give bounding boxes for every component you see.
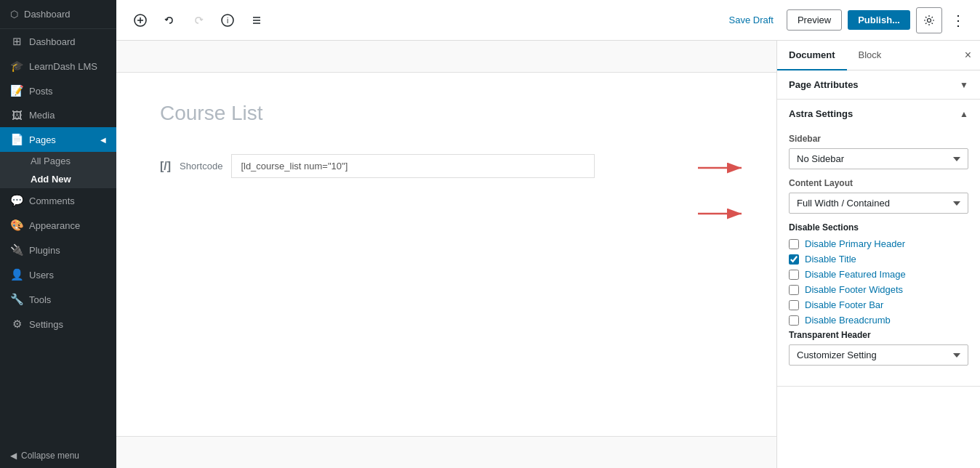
checkbox-disable-title: Disable Title	[789, 254, 968, 265]
dashboard-icon: ⊞	[10, 35, 23, 48]
users-icon: 👤	[10, 268, 23, 281]
canvas-area: Course List [/] Shortcode	[116, 41, 776, 468]
dashboard-label: Dashboard	[24, 9, 71, 20]
save-draft-button[interactable]: Save Draft	[722, 10, 781, 30]
checkbox-title-label[interactable]: Disable Title	[805, 254, 856, 265]
svg-text:i: i	[227, 17, 228, 25]
redo-button[interactable]	[186, 8, 211, 33]
panel-tabs: Document Block ×	[777, 41, 980, 70]
checkbox-footer-bar-label[interactable]: Disable Footer Bar	[805, 299, 883, 310]
svg-point-8	[928, 18, 931, 22]
more-options-button[interactable]: ⋮	[948, 12, 968, 29]
redo-icon	[192, 14, 205, 27]
sidebar-item-label: Users	[29, 270, 54, 281]
checkbox-disable-breadcrumb: Disable Breadcrumb	[789, 315, 968, 326]
checkbox-footer-widgets-input[interactable]	[789, 285, 799, 295]
preview-button[interactable]: Preview	[787, 9, 842, 31]
pages-arrow: ◀	[100, 136, 106, 144]
transparent-header-label: Transparent Header	[789, 330, 968, 340]
sidebar-item-pages[interactable]: 📄 Pages ◀	[0, 127, 116, 152]
editor-toolbar: i Save Draft Preview Publish... ⋮	[116, 0, 980, 41]
sidebar-logo[interactable]: ⬡ Dashboard	[0, 0, 116, 29]
astra-settings-label: Astra Settings	[789, 108, 853, 119]
sidebar-item-label: LearnDash LMS	[29, 61, 97, 72]
shortcode-block: [/] Shortcode	[160, 154, 733, 178]
undo-icon	[163, 14, 176, 27]
transparent-header-select[interactable]: Customizer Setting Enabled Disabled	[789, 344, 968, 366]
sidebar: ⬡ Dashboard ⊞ Dashboard 🎓 LearnDash LMS …	[0, 0, 116, 468]
sidebar-item-plugins[interactable]: 🔌 Plugins	[0, 238, 116, 262]
checkbox-breadcrumb-label[interactable]: Disable Breadcrumb	[805, 315, 891, 326]
sidebar-item-label: Pages	[29, 134, 56, 145]
checkbox-footer-widgets-label[interactable]: Disable Footer Widgets	[805, 284, 903, 295]
checkbox-primary-header-input[interactable]	[789, 239, 799, 249]
list-icon	[250, 14, 263, 27]
gear-icon	[923, 15, 935, 26]
tab-document[interactable]: Document	[777, 41, 847, 70]
astra-settings-header[interactable]: Astra Settings ▲	[777, 100, 980, 128]
publish-button[interactable]: Publish...	[848, 10, 910, 30]
content-layout-field-label: Content Layout	[789, 178, 968, 188]
sidebar-item-comments[interactable]: 💬 Comments	[0, 188, 116, 213]
sidebar-select[interactable]: No Sidebar Left Sidebar Right Sidebar	[789, 148, 968, 169]
page-attributes-header[interactable]: Page Attributes ▼	[777, 70, 980, 99]
sidebar-item-appearance[interactable]: 🎨 Appearance	[0, 213, 116, 238]
page-attributes-section: Page Attributes ▼	[777, 70, 980, 100]
media-icon: 🖼	[10, 109, 23, 121]
page-attributes-label: Page Attributes	[789, 79, 859, 90]
astra-settings-body: Sidebar No Sidebar Left Sidebar Right Si…	[777, 128, 980, 386]
list-view-button[interactable]	[244, 8, 269, 33]
sidebar-item-tools[interactable]: 🔧 Tools	[0, 287, 116, 312]
checkbox-footer-bar-input[interactable]	[789, 300, 799, 310]
content-layout-select[interactable]: Full Width / Contained Full Width / Stre…	[789, 193, 968, 214]
collapse-label: Collapse menu	[21, 451, 79, 461]
canvas-content[interactable]: Course List [/] Shortcode	[116, 73, 776, 436]
checkbox-disable-primary-header: Disable Primary Header	[789, 238, 968, 249]
sidebar-item-label: Dashboard	[29, 36, 76, 47]
sidebar-item-users[interactable]: 👤 Users	[0, 262, 116, 287]
panel-close-button[interactable]: ×	[956, 43, 980, 68]
pages-submenu: All Pages Add New	[0, 152, 116, 188]
info-button[interactable]: i	[215, 8, 240, 33]
plugins-icon: 🔌	[10, 243, 23, 257]
checkbox-title-input[interactable]	[789, 254, 799, 265]
sidebar-item-label: Posts	[29, 86, 53, 97]
add-block-button[interactable]	[128, 8, 153, 33]
collapse-menu-button[interactable]: ◀ Collapse menu	[0, 443, 116, 468]
sidebar-item-posts[interactable]: 📝 Posts	[0, 78, 116, 103]
astra-settings-section: Astra Settings ▲ Sidebar No Sidebar Left…	[777, 100, 980, 387]
sidebar-item-label: Plugins	[29, 245, 60, 256]
checkbox-featured-image-label[interactable]: Disable Featured Image	[805, 269, 906, 280]
sidebar-item-dashboard[interactable]: ⊞ Dashboard	[0, 29, 116, 54]
sidebar-item-label: Tools	[29, 294, 51, 305]
sidebar-item-settings[interactable]: ⚙ Settings	[0, 312, 116, 336]
sidebar-item-media[interactable]: 🖼 Media	[0, 103, 116, 127]
collapse-icon: ◀	[10, 451, 17, 461]
comments-icon: 💬	[10, 194, 23, 207]
sidebar-item-label: Appearance	[29, 220, 80, 231]
plus-icon	[134, 14, 147, 27]
canvas-top-bar	[116, 41, 776, 73]
checkbox-disable-footer-widgets: Disable Footer Widgets	[789, 284, 968, 295]
checkbox-featured-image-input[interactable]	[789, 270, 799, 280]
sidebar-sub-add-new[interactable]: Add New	[20, 170, 116, 188]
appearance-icon: 🎨	[10, 219, 23, 232]
checkbox-disable-footer-bar: Disable Footer Bar	[789, 299, 968, 310]
editor-relative: Course List [/] Shortcode	[116, 41, 980, 468]
settings-button[interactable]	[916, 7, 942, 33]
sidebar-sub-all-pages[interactable]: All Pages	[20, 152, 116, 170]
settings-icon: ⚙	[10, 318, 23, 331]
toolbar-right: Save Draft Preview Publish... ⋮	[722, 7, 968, 33]
learndash-icon: 🎓	[10, 60, 23, 73]
checkbox-breadcrumb-input[interactable]	[789, 315, 799, 326]
page-attributes-chevron: ▼	[960, 80, 968, 90]
shortcode-input[interactable]	[231, 154, 595, 178]
sidebar-item-label: Settings	[29, 319, 63, 330]
tools-icon: 🔧	[10, 293, 23, 306]
canvas-bottom-bar	[116, 436, 776, 468]
checkbox-primary-header-label[interactable]: Disable Primary Header	[805, 238, 905, 249]
undo-button[interactable]	[157, 8, 182, 33]
sidebar-item-learndash[interactable]: 🎓 LearnDash LMS	[0, 54, 116, 78]
tab-block[interactable]: Block	[847, 41, 893, 70]
posts-icon: 📝	[10, 84, 23, 97]
